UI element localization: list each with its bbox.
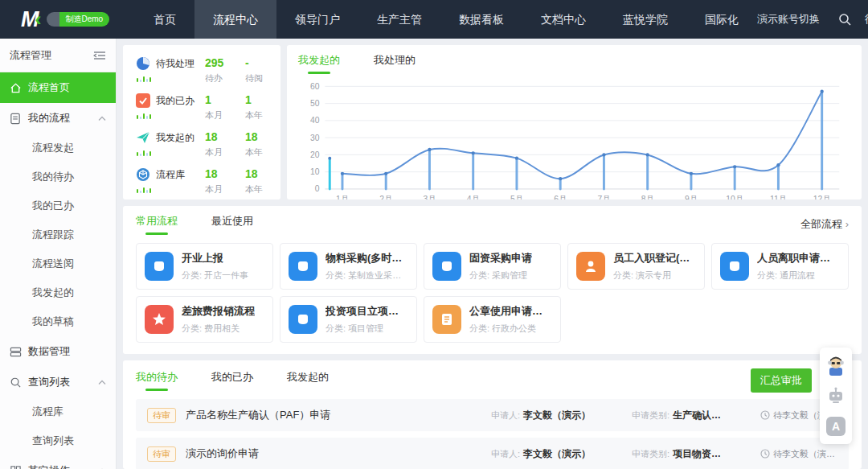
clock-icon xyxy=(760,410,770,420)
app-logo[interactable]: M ‹ 制造Demo xyxy=(0,7,135,32)
applicant-value: 李文毅（演示） xyxy=(523,409,591,422)
todo-tab-我发起的[interactable]: 我发起的 xyxy=(287,370,329,391)
stat-left: 我的已办 xyxy=(136,93,205,121)
sidebar-item-我的流程[interactable]: 我的流程 xyxy=(0,103,116,134)
all-processes-link[interactable]: 全部流程 › xyxy=(800,217,849,232)
todo-row[interactable]: 待审演示的询价申请申请人:李文毅（演示）申请类别:项目物资…待李文毅（演… xyxy=(136,438,849,469)
stat-period-label: 待办 xyxy=(205,72,223,84)
stat-value: 18本月 xyxy=(205,130,227,158)
process-card[interactable]: 固资采购申请分类: 采购管理 xyxy=(424,243,561,290)
todo-tab-我的待办[interactable]: 我的待办 xyxy=(136,370,178,391)
nav-item-首页[interactable]: 首页 xyxy=(135,0,194,39)
chart-panel: 我发起的我处理的 01020304050601月2月3月4月5月6月7月8月9月… xyxy=(287,45,862,200)
process-card-text: 投资项目立项流程分类: 项目管理 xyxy=(326,304,408,335)
process-card-text: 人员离职申请流程分类: 通用流程 xyxy=(757,251,840,282)
stat-value: 18本月 xyxy=(205,167,227,195)
sidebar-collapse-icon[interactable] xyxy=(93,50,106,61)
nav-item-国际化[interactable]: 国际化 xyxy=(686,0,757,39)
svg-text:2月: 2月 xyxy=(379,195,392,200)
stat-values: 1本月1本年 xyxy=(205,93,268,121)
sidebar-subitem-流程送阅[interactable]: 流程送阅 xyxy=(0,249,116,278)
sidebar-subitem-我的已办[interactable]: 我的已办 xyxy=(0,191,116,220)
assistant-avatar-icon[interactable] xyxy=(825,354,847,376)
topbar: M ‹ 制造Demo 首页流程中心领导门户生产主管数据看板文档中心蓝悦学院国际化… xyxy=(0,0,868,39)
chevron-up-icon xyxy=(98,380,106,385)
process-card-text: 开业上报分类: 开店一件事 xyxy=(182,251,248,282)
sidebar-item-label: 数据管理 xyxy=(28,344,70,359)
sidebar-item-查询列表[interactable]: 查询列表 xyxy=(0,367,116,397)
sidebar-subitem-我的草稿[interactable]: 我的草稿 xyxy=(0,307,116,336)
stat-我的已办[interactable]: 我的已办1本月1本年 xyxy=(136,90,268,127)
svg-text:1月: 1月 xyxy=(336,195,349,200)
svg-text:4月: 4月 xyxy=(467,195,480,200)
nav-item-数据看板[interactable]: 数据看板 xyxy=(440,0,522,39)
svg-text:7月: 7月 xyxy=(597,195,610,200)
accessibility-a-icon[interactable]: A xyxy=(825,415,847,438)
process-card[interactable]: 开业上报分类: 开店一件事 xyxy=(136,243,273,290)
status-badge: 待审 xyxy=(147,408,176,423)
nav-item-流程中心[interactable]: 流程中心 xyxy=(194,0,276,39)
robot-helper-icon[interactable] xyxy=(825,385,847,407)
process-card[interactable]: 员工入职登记(数据加密/敏…分类: 演示专用 xyxy=(567,243,705,290)
svg-text:9月: 9月 xyxy=(685,195,698,200)
applicant-field: 申请人:李文毅（演示） xyxy=(491,409,632,422)
stat-我发起的[interactable]: 我发起的18本月18本年 xyxy=(136,127,268,164)
process-tab-最近使用[interactable]: 最近使用 xyxy=(211,214,253,235)
process-card[interactable]: 物料采购(多时区/币种/计…分类: 某制造业采购流程表单 xyxy=(280,243,417,290)
process-category: 分类: 演示专用 xyxy=(613,269,696,282)
sidebar-item-流程首页[interactable]: 流程首页 xyxy=(0,72,116,103)
account-switch-link[interactable]: 演示账号切换 xyxy=(757,12,820,27)
todo-row[interactable]: 待审产品名称生产确认（PAF）申请申请人:李文毅（演示）申请类别:生产确认…待李… xyxy=(136,399,849,431)
process-card[interactable]: 公章使用申请流程分类: 行政办公类 xyxy=(424,296,561,343)
nav-item-领导门户[interactable]: 领导门户 xyxy=(276,0,358,39)
stat-label: 流程库 xyxy=(156,168,185,182)
sidebar-item-label: 查询列表 xyxy=(28,375,70,389)
process-category: 分类: 通用流程 xyxy=(757,269,840,282)
stat-label: 我发起的 xyxy=(156,131,194,145)
todo-tab-我的已办[interactable]: 我的已办 xyxy=(211,370,253,391)
nav-item-生产主管[interactable]: 生产主管 xyxy=(358,0,440,39)
process-icon-person xyxy=(576,252,605,281)
chart-tab-我处理的[interactable]: 我处理的 xyxy=(374,53,416,74)
topbar-right: 演示账号切换 待办 78 待阅 99+ | 李文毅(演示) ▾ xyxy=(757,10,868,29)
process-icon-doc xyxy=(289,252,317,281)
stat-number: 18 xyxy=(245,130,258,143)
sidebar-subitem-流程发起[interactable]: 流程发起 xyxy=(0,134,116,163)
sidebar-subitem-我发起的[interactable]: 我发起的 xyxy=(0,278,116,307)
process-tab-常用流程[interactable]: 常用流程 xyxy=(136,214,178,235)
stat-value: 1本年 xyxy=(245,93,268,121)
process-card[interactable]: 差旅费报销流程分类: 费用相关 xyxy=(136,296,273,343)
process-card[interactable]: 投资项目立项流程分类: 项目管理 xyxy=(280,296,417,343)
sidebar-item-label: 我的流程 xyxy=(28,111,70,125)
sidebar-item-其它操作[interactable]: 其它操作 xyxy=(0,455,116,469)
sidebar-item-数据管理[interactable]: 数据管理 xyxy=(0,336,116,367)
process-card[interactable]: 人员离职申请流程分类: 通用流程 xyxy=(711,243,849,290)
stat-head: 待我处理 xyxy=(136,56,205,71)
sidebar-subitem-查询列表[interactable]: 查询列表 xyxy=(0,426,116,455)
summary-approve-button[interactable]: 汇总审批 xyxy=(751,368,812,393)
stat-待我处理[interactable]: 待我处理295待办-待阅 xyxy=(136,53,268,90)
stats-panel: 待我处理295待办-待阅我的已办1本月1本年我发起的18本月18本年流程库18本… xyxy=(123,45,280,200)
applicant-field: 申请人:李文毅（演示） xyxy=(491,447,632,461)
chart-tab-我发起的[interactable]: 我发起的 xyxy=(298,53,340,74)
todo-counter[interactable]: 待办 78 xyxy=(865,12,868,27)
clock-icon xyxy=(760,449,770,459)
search-icon[interactable] xyxy=(837,12,852,27)
stat-number: 18 xyxy=(245,167,258,180)
nav-item-蓝悦学院[interactable]: 蓝悦学院 xyxy=(604,0,686,39)
process-icon-stamp xyxy=(432,305,461,334)
stat-value: 18本年 xyxy=(245,167,268,195)
nav-item-文档中心[interactable]: 文档中心 xyxy=(522,0,604,39)
pending-text: 待李文毅（演… xyxy=(773,448,835,460)
process-category: 分类: 行政办公类 xyxy=(469,323,552,335)
sidebar-subitem-流程跟踪[interactable]: 流程跟踪 xyxy=(0,220,116,249)
sidebar-subitem-流程库[interactable]: 流程库 xyxy=(0,397,116,426)
stat-流程库[interactable]: 流程库18本月18本年 xyxy=(136,164,268,201)
stat-number: 1 xyxy=(205,93,211,106)
logo-badge-label: 制造Demo xyxy=(59,12,110,27)
chart-tabs: 我发起的我处理的 xyxy=(298,53,850,74)
sidebar-menu: 流程首页我的流程流程发起我的待办我的已办流程跟踪流程送阅我发起的我的草稿数据管理… xyxy=(0,72,116,469)
sidebar-subitem-我的待办[interactable]: 我的待办 xyxy=(0,163,116,191)
sidebar: 流程管理 流程首页我的流程流程发起我的待办我的已办流程跟踪流程送阅我发起的我的草… xyxy=(0,39,117,469)
stat-value: -待阅 xyxy=(245,56,268,84)
